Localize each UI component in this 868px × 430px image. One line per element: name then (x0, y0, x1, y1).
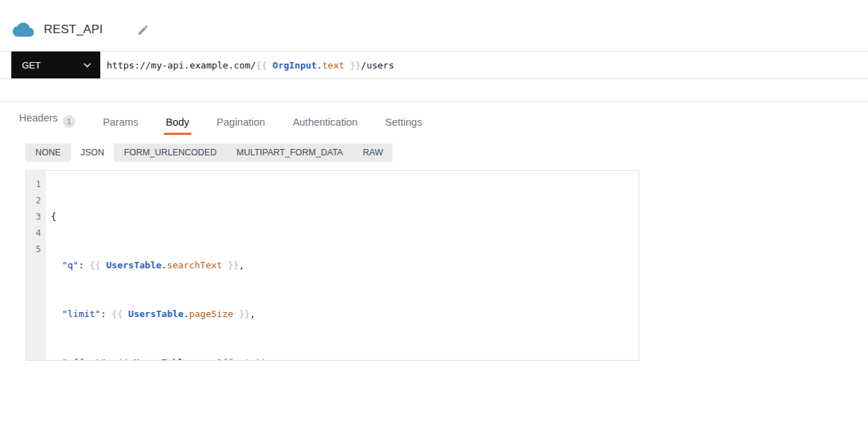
code-token-plain: https://my-api.example.com/ (107, 60, 256, 71)
code-token-entity: OrgInput (273, 60, 317, 71)
code-token-plain: . (184, 309, 189, 319)
code-token-brace: {{ (90, 260, 106, 270)
body-type-multipart-form-data[interactable]: MULTIPART_FORM_DATA (227, 143, 353, 162)
code-token-plain (51, 260, 62, 270)
code-token-plain (51, 357, 62, 360)
code-line: "q": {{ UsersTable.searchText }}, (51, 257, 638, 273)
code-line: "offset": {{ UsersTable.pageOffset }} (51, 354, 638, 360)
code-token-plain: : (78, 260, 90, 270)
body-type-json[interactable]: JSON (71, 143, 114, 162)
cloud-icon (13, 22, 34, 37)
url-input[interactable]: https://my-api.example.com/{{ OrgInput.t… (100, 52, 868, 78)
tab-label: Settings (385, 117, 422, 128)
line-number: 4 (26, 225, 41, 241)
tab-params[interactable]: Params (101, 106, 141, 135)
code-token-plain: , (250, 309, 256, 319)
code-token-plain: . (316, 60, 322, 71)
tab-pagination[interactable]: Pagination (215, 106, 268, 135)
tab-label: Params (103, 117, 138, 128)
tab-headers[interactable]: Headers1 (17, 102, 78, 135)
code-token-plain (51, 309, 62, 319)
code-token-brace: }} (250, 357, 266, 360)
code-token-plain: : (106, 357, 117, 360)
tab-label: Headers (19, 112, 58, 124)
code-token-plain: , (239, 260, 244, 270)
line-number: 1 (26, 176, 41, 192)
tab-authentication[interactable]: Authentication (290, 106, 359, 135)
body-type-tabs: NONE JSON FORM_URLENCODED MULTIPART_FORM… (25, 143, 393, 162)
api-header: REST_API (0, 0, 868, 51)
tab-label: Pagination (217, 117, 266, 128)
json-body-editor: 1 2 3 4 5 { "q": {{ UsersTable.searchTex… (25, 170, 639, 361)
line-number: 3 (26, 208, 41, 225)
page-title: REST_API (44, 23, 103, 37)
editor-gutter: 1 2 3 4 5 (26, 171, 46, 360)
line-number: 2 (26, 192, 41, 208)
request-bar: GET https://my-api.example.com/{{ OrgInp… (0, 51, 868, 79)
code-token-prop: pageOffset (195, 357, 250, 360)
code-token-plain: { (51, 211, 57, 222)
code-token-prop: pageSize (189, 309, 234, 319)
code-line: { (51, 208, 638, 225)
body-type-none[interactable]: NONE (25, 143, 71, 162)
body-type-raw[interactable]: RAW (353, 143, 393, 162)
code-token-entity: UsersTable (129, 309, 184, 319)
code-token-entity: UsersTable (133, 357, 189, 360)
code-token-plain: . (189, 357, 195, 360)
tab-settings[interactable]: Settings (383, 106, 424, 135)
code-token-brace: }} (233, 309, 249, 319)
code-line: "limit": {{ UsersTable.pageSize }}, (51, 306, 638, 322)
code-token-brace: }} (345, 60, 361, 71)
code-token-string: "offset" (62, 357, 107, 360)
code-token-brace: }} (222, 260, 239, 270)
request-tabs: Headers1 Params Body Pagination Authenti… (0, 102, 868, 135)
code-token-prop: text (322, 60, 344, 71)
line-number: 5 (26, 241, 41, 257)
http-method-value: GET (22, 60, 41, 71)
edit-pencil-icon[interactable] (137, 24, 149, 36)
code-token-string: "q" (62, 260, 78, 270)
tab-body[interactable]: Body (164, 106, 191, 135)
chevron-down-icon (83, 63, 91, 68)
code-token-brace: {{ (256, 60, 272, 71)
body-type-form-urlencoded[interactable]: FORM_URLENCODED (114, 143, 226, 162)
code-token-brace: {{ (112, 309, 128, 319)
headers-count-badge: 1 (63, 115, 76, 128)
code-token-string: "limit" (62, 309, 101, 319)
editor-code-area[interactable]: { "q": {{ UsersTable.searchText }}, "lim… (46, 171, 638, 360)
tab-label: Body (166, 117, 189, 128)
code-token-brace: {{ (117, 357, 133, 360)
code-token-prop: searchText (167, 260, 222, 270)
code-token-plain: /users (361, 60, 394, 71)
code-token-entity: UsersTable (106, 260, 161, 270)
tab-label: Authentication (292, 117, 357, 128)
code-token-plain: : (100, 309, 112, 319)
http-method-dropdown[interactable]: GET (11, 52, 100, 78)
